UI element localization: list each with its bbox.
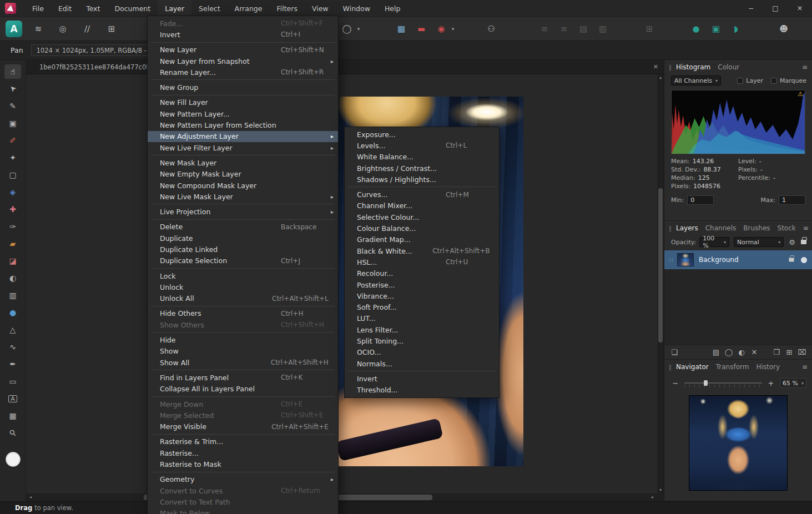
menu-item-duplicate-linked[interactable]: Duplicate Linked ▸ (148, 244, 338, 255)
menu-item-new-live-mask-layer[interactable]: New Live Mask Layer ▸ (148, 191, 338, 202)
colour-swatch-icon[interactable]: ▬ (414, 22, 428, 36)
submenu-item-gradient-map[interactable]: Gradient Map... (345, 234, 499, 245)
min-input[interactable] (687, 195, 714, 205)
erase-brush-tool[interactable]: ◪ (4, 254, 21, 268)
tab-colour[interactable]: Colour (718, 63, 739, 71)
help-badge-icon[interactable]: ◗ (729, 22, 743, 36)
sync-services-icon[interactable]: ● (689, 22, 703, 36)
clone-brush-tool[interactable]: ▥ (4, 288, 21, 303)
slice-export-icon[interactable]: ⊞ (104, 22, 119, 36)
panel-grip-icon[interactable]: ‖ (669, 364, 672, 370)
menu-item-duplicate-selection[interactable]: Duplicate Selection Ctrl+J ▸ (148, 255, 338, 266)
paint-brush-tool[interactable]: ✑ (4, 219, 21, 234)
submenu-item-black-white[interactable]: Black & White... Ctrl+Alt+Shift+B (345, 245, 499, 256)
colour-picker-tool[interactable]: ✎ (4, 99, 21, 113)
menu-item-merge-visible[interactable]: Merge Visible Ctrl+Alt+Shift+E ▸ (148, 421, 338, 432)
menu-item-new-layer-from-snapshot[interactable]: New Layer from Snapshot ▸ (148, 56, 338, 67)
menu-item-rename-layer[interactable]: Rename Layer... Ctrl+Shift+R ▸ (148, 67, 338, 78)
menu-item-live-projection[interactable]: Live Projection ▸ (148, 206, 338, 217)
marquee-tool[interactable]: ▢ (4, 168, 21, 182)
submenu-item-vibrance[interactable]: Vibrance... (345, 290, 499, 301)
submenu-item-channel-mixer[interactable]: Channel Mixer... (345, 200, 499, 211)
menu-item-rasterise-to-mask[interactable]: Rasterise to Mask ▸ (148, 458, 338, 470)
menu-item-rasterise-trim[interactable]: Rasterise & Trim... ▸ (148, 436, 338, 447)
tab-histogram[interactable]: Histogram (676, 63, 710, 71)
layer-visibility-toggle[interactable] (801, 257, 807, 263)
menu-item-hide-others[interactable]: Hide Others Ctrl+H ▸ (148, 308, 338, 319)
minimize-button[interactable]: − (739, 0, 763, 17)
zoom-slider[interactable] (684, 379, 762, 387)
panel-grip-icon[interactable]: ‖ (669, 64, 672, 70)
mask-caret-icon[interactable]: ▾ (450, 22, 456, 36)
menu-item-new-pattern-layer-from-selection[interactable]: New Pattern Layer from Selection ▸ (148, 119, 338, 130)
submenu-item-selective-colour[interactable]: Selective Colour... (345, 211, 499, 223)
stock-panel-icon[interactable]: ▣ (709, 22, 723, 36)
layer-lock-icon[interactable] (789, 258, 794, 261)
blend-mode-select[interactable]: Normal ▾ (734, 237, 784, 247)
layer-checkbox[interactable]: Layer (737, 77, 763, 84)
rotation-icon[interactable]: ◎ (56, 22, 70, 36)
panel-menu-icon[interactable]: ≡ (802, 363, 808, 371)
submenu-item-threshold[interactable]: Threshold... (345, 385, 499, 396)
quick-mask-icon[interactable]: ◉ (434, 22, 448, 36)
pixel-grid-icon[interactable]: ▦ (394, 22, 408, 36)
sharpen-brush-tool[interactable]: △ (4, 322, 21, 337)
menu-item-find-in-layers-panel[interactable]: Find in Layers Panel Ctrl+K ▸ (148, 372, 338, 383)
menu-item-new-live-filter-layer[interactable]: New Live Filter Layer ▸ (148, 142, 338, 153)
zoom-in-button[interactable]: + (766, 379, 775, 387)
submenu-item-white-balance[interactable]: White Balance... (345, 152, 499, 163)
selection-brush-tool[interactable]: ✐ (4, 133, 21, 148)
tab-transform[interactable]: Transform (716, 363, 749, 371)
account-icon[interactable]: ☻ (776, 22, 791, 36)
image-layer-icon[interactable]: ▤ (711, 348, 721, 356)
move-tool[interactable]: ➤ (4, 82, 21, 96)
mask-layer-icon[interactable]: ◯ (724, 348, 734, 356)
menubar-arrange[interactable]: Arrange (228, 0, 270, 17)
pressure-icon[interactable]: ≋ (31, 22, 46, 36)
menubar-window[interactable]: Window (336, 0, 377, 17)
menu-item-delete[interactable]: Delete Backspace ▸ (148, 221, 338, 233)
menu-item-collapse-all-in-layers-panel[interactable]: Collapse All in Layers Panel ▸ (148, 384, 338, 395)
live-filter-icon[interactable]: ✕ (749, 348, 759, 356)
scroll-up-icon[interactable]: ▴ (657, 74, 664, 81)
marquee-checkbox[interactable]: Marquee (771, 77, 806, 84)
submenu-item-curves[interactable]: Curves... Ctrl+M (345, 189, 499, 200)
submenu-item-levels[interactable]: Levels... Ctrl+L (345, 140, 499, 151)
menu-item-new-pattern-layer[interactable]: New Pattern Layer... ▸ (148, 108, 338, 119)
vertical-scroll-thumb[interactable] (658, 188, 663, 342)
submenu-item-colour-balance[interactable]: Colour Balance... (345, 223, 499, 234)
scroll-right-icon[interactable]: ▸ (649, 493, 656, 501)
group-layers-icon[interactable]: ❐ (771, 348, 781, 356)
menubar-document[interactable]: Document (107, 0, 158, 17)
tab-brushes[interactable]: Brushes (743, 224, 770, 232)
vertical-scrollbar[interactable]: ▴ ▾ (657, 74, 664, 493)
submenu-item-exposure[interactable]: Exposure... (345, 129, 499, 140)
hatch-overlay-icon[interactable]: ∕∕ (80, 22, 94, 36)
menu-item-show[interactable]: Show ▸ (148, 346, 338, 357)
pen-tool[interactable]: ✒ (4, 357, 21, 371)
navigator-thumbnail[interactable] (689, 395, 788, 491)
adjustment-layer-icon[interactable]: ◐ (737, 348, 747, 356)
menu-item-new-empty-mask-layer[interactable]: New Empty Mask Layer ▸ (148, 169, 338, 180)
close-button[interactable]: ✕ (788, 0, 812, 17)
blur-brush-tool[interactable]: ● (4, 305, 21, 320)
scroll-left-icon[interactable]: ◂ (27, 493, 34, 501)
submenu-item-normals[interactable]: Normals... (345, 358, 499, 369)
tab-navigator[interactable]: Navigator (676, 363, 709, 371)
menu-item-lock[interactable]: Lock ▸ (148, 270, 338, 281)
healing-brush-tool[interactable]: ✚ (4, 202, 21, 216)
maximize-button[interactable]: □ (763, 0, 788, 17)
zoom-tool[interactable]: ⚲ (4, 426, 21, 440)
tab-channels[interactable]: Channels (705, 224, 737, 232)
smudge-brush-tool[interactable]: ∿ (4, 340, 21, 354)
menu-item-show-all[interactable]: Show All Ctrl+Alt+Shift+H ▸ (148, 357, 338, 368)
menubar-select[interactable]: Select (191, 0, 228, 17)
tab-layers[interactable]: Layers (676, 224, 698, 232)
menu-item-new-group[interactable]: New Group ▸ (148, 82, 338, 93)
flood-fill-tool[interactable]: ◈ (4, 185, 21, 199)
menubar-filters[interactable]: Filters (269, 0, 304, 17)
submenu-item-lut[interactable]: LUT... (345, 313, 499, 324)
menubar-text[interactable]: Text (79, 0, 107, 17)
submenu-item-recolour[interactable]: Recolour... (345, 268, 499, 279)
submenu-item-split-toning[interactable]: Split Toning... (345, 335, 499, 346)
